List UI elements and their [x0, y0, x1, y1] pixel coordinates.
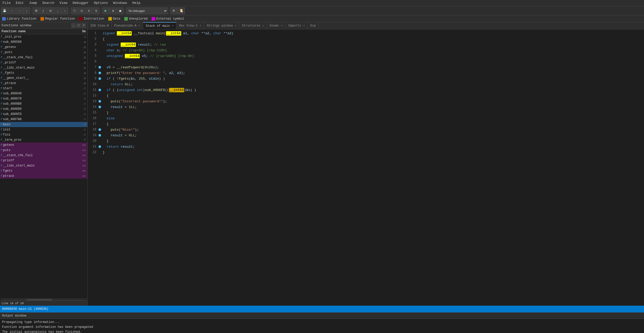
list-item[interactable]: f __libc_start_main .p — [0, 65, 87, 70]
code-line-13[interactable]: 13 puts("Incorrect password!"); — [88, 98, 644, 104]
exports-button[interactable]: ↑ — [62, 7, 68, 14]
list-item[interactable]: f start .t — [0, 86, 87, 91]
panel-float-button[interactable]: □ — [77, 23, 81, 28]
list-item[interactable]: f _getenv .p — [0, 45, 87, 50]
list-item[interactable]: f fgets ex — [0, 168, 87, 173]
list-item[interactable]: f sub_4007A8 .t — [0, 117, 87, 122]
list-item[interactable]: f _printf .p — [0, 60, 87, 65]
panel-close-button[interactable]: × — [82, 23, 86, 28]
tab-hex-close[interactable]: × — [200, 24, 201, 27]
list-item[interactable]: f fini .t — [0, 132, 87, 137]
tab-stack-close[interactable]: × — [172, 24, 174, 28]
code-line-17[interactable]: 17 { — [88, 121, 644, 127]
list-item[interactable]: f sub_400670 .t — [0, 96, 87, 101]
list-item[interactable]: f _ptrace .p — [0, 81, 87, 86]
list-item[interactable]: f sub_4006B0 .t — [0, 101, 87, 106]
code-area[interactable]: 1 signed __int64 __fastcall main(__int64… — [88, 29, 644, 306]
tab-strings-close[interactable]: × — [235, 24, 237, 27]
panel-minimize-button[interactable]: _ — [71, 23, 76, 28]
tab-pseudocode-close[interactable]: × — [138, 24, 140, 27]
code-line-14[interactable]: 14 result = 1LL; — [88, 104, 644, 110]
nav-button[interactable]: ↕ — [23, 7, 30, 14]
menu-options[interactable]: Options — [93, 1, 109, 5]
tab-exp[interactable]: Exp — [308, 22, 319, 29]
functions-list[interactable]: f _init_proc .i f sub_400580 .p f _geten… — [0, 34, 87, 298]
list-item[interactable]: f __gmon_start__ .p — [0, 76, 87, 81]
list-item[interactable]: f sub_400580 .p — [0, 39, 87, 45]
menu-jump[interactable]: Jump — [28, 1, 38, 5]
tab-imports[interactable]: Imports × — [286, 22, 308, 29]
list-item-main[interactable]: f main .t — [0, 122, 87, 127]
menu-file[interactable]: File — [2, 1, 12, 5]
graph-button[interactable]: ⬡ — [71, 7, 78, 14]
tab-ida-view[interactable]: IDA View-A — [88, 22, 112, 29]
code-line-22[interactable]: 22 } — [88, 149, 644, 155]
hex-button[interactable]: H — [78, 7, 85, 14]
menu-debugger[interactable]: Debugger — [72, 1, 90, 5]
code-line-11[interactable]: 11 if ( (unsigned int)sub_4006FD((__int6… — [88, 87, 644, 93]
menu-view[interactable]: View — [58, 1, 68, 5]
menu-edit[interactable]: Edit — [15, 1, 25, 5]
list-item[interactable]: f _term_proc .f — [0, 137, 87, 143]
forward-button[interactable]: → — [16, 7, 23, 14]
tab-enums-close[interactable]: × — [281, 24, 283, 27]
tab-imports-close[interactable]: × — [303, 24, 305, 27]
list-item[interactable]: f sub_4006D0 .t — [0, 106, 87, 112]
code-line-6[interactable]: 6 — [88, 59, 644, 64]
list-item[interactable]: f _fgets .p — [0, 70, 87, 76]
tab-hex-view[interactable]: Hex View-1 × — [176, 22, 204, 29]
run-button[interactable]: ▶ — [102, 7, 109, 14]
list-item[interactable]: f _puts .p — [0, 50, 87, 55]
code-line-16[interactable]: 16 else — [88, 115, 644, 121]
code-line-2[interactable]: 2 { — [88, 36, 644, 42]
back-button[interactable]: ← — [9, 7, 15, 14]
list-item[interactable]: f _init_proc .i — [0, 34, 87, 39]
code-line-5[interactable]: 5 unsigned __int64 v5; // [rsp+108h] [rb… — [88, 53, 644, 59]
pause-button[interactable]: ⏸ — [110, 7, 116, 14]
functions-button[interactable]: ƒ — [40, 7, 47, 14]
code-line-18[interactable]: 18 puts("Nice!"); — [88, 127, 644, 132]
menu-search[interactable]: Search — [41, 1, 55, 5]
list-item[interactable]: f __libc_start_main ex — [0, 163, 87, 168]
scrollbar-thumb[interactable] — [27, 299, 52, 301]
code-line-4[interactable]: 4 char s; // [rsp+0h] [rbp-110h] — [88, 47, 644, 53]
imports-button[interactable]: ↓ — [54, 7, 61, 14]
menu-windows[interactable]: Windows — [112, 1, 128, 5]
code-line-3[interactable]: 3 signed __int64 result; // rax — [88, 42, 644, 47]
code-line-20[interactable]: 20 } — [88, 138, 644, 144]
tab-structures-close[interactable]: × — [262, 24, 264, 27]
list-item[interactable]: f sub_400640 .t — [0, 91, 87, 96]
horizontal-scrollbar[interactable] — [1, 299, 86, 301]
xrefs-button[interactable]: X — [86, 7, 92, 14]
list-item[interactable]: f init .t — [0, 127, 87, 132]
debugger-select[interactable]: No debugger — [126, 7, 168, 14]
code-line-15[interactable]: 15 } — [88, 110, 644, 115]
list-item[interactable]: f __stack_chk_fail ex — [0, 153, 87, 158]
list-item[interactable]: f sub_4006FD .t — [0, 112, 87, 117]
code-line-8[interactable]: 8 printf("Enter the password: ", a2, a3)… — [88, 70, 644, 76]
code-line-19[interactable]: 19 result = 0LL; — [88, 132, 644, 138]
code-line-1[interactable]: 1 signed __int64 __fastcall main(__int64… — [88, 30, 644, 36]
plugin-button[interactable]: ⚙ — [170, 7, 177, 14]
list-item[interactable]: f ptrace ex — [0, 173, 87, 179]
tab-pseudocode[interactable]: Pseudocode-A × — [112, 22, 143, 29]
save-button[interactable]: 💾 — [1, 7, 8, 14]
list-item[interactable]: f __stack_chk_fail .p — [0, 55, 87, 60]
tab-enums[interactable]: Enums × — [267, 22, 286, 29]
code-line-7[interactable]: 7 v5 = __readfsqword(0x28u); — [88, 64, 644, 70]
list-item[interactable]: f getenv ex — [0, 143, 87, 148]
stop-button[interactable]: ⏹ — [117, 7, 123, 14]
tab-strings[interactable]: Strings window × — [204, 22, 239, 29]
code-line-10[interactable]: 10 return 0LL; — [88, 81, 644, 87]
tab-structures[interactable]: Structures × — [239, 22, 267, 29]
code-line-21[interactable]: 21 return result; — [88, 144, 644, 149]
code-line-9[interactable]: 9 if ( !fgets(&s, 255, stdin) ) — [88, 76, 644, 81]
code-line-12[interactable]: 12 { — [88, 93, 644, 98]
list-item[interactable]: f puts ex — [0, 148, 87, 153]
script-button[interactable]: 📜 — [178, 7, 185, 14]
strings-button[interactable]: S — [93, 7, 100, 14]
tab-stack-of-main[interactable]: Stack of main × — [143, 22, 176, 29]
menu-help[interactable]: Help — [131, 1, 141, 5]
list-item[interactable]: f printf ex — [0, 158, 87, 163]
segments-button[interactable]: ⊞ — [33, 7, 39, 14]
